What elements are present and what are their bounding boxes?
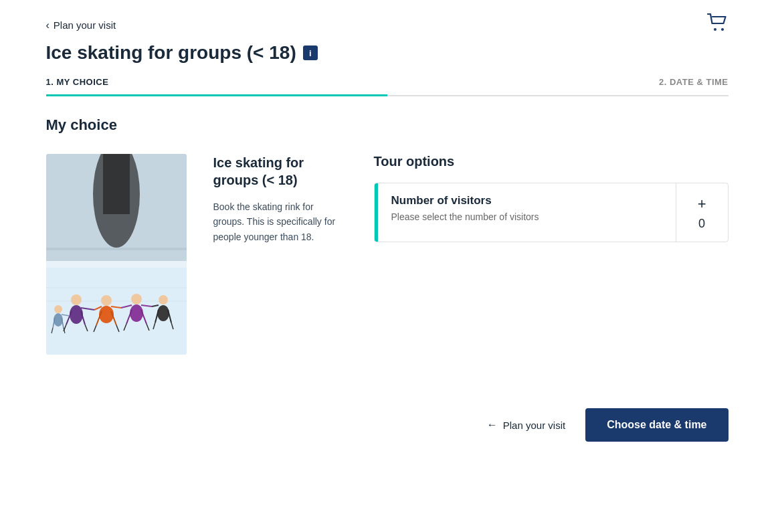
svg-point-1: [721, 28, 724, 31]
visitor-label: Number of visitors: [391, 194, 662, 207]
visitor-count: 0: [698, 217, 705, 231]
svg-point-17: [99, 306, 114, 323]
back-link-label: Plan your visit: [54, 19, 116, 31]
arrow-left-icon: ←: [487, 419, 498, 431]
svg-point-26: [131, 294, 142, 304]
section-title: My choice: [46, 116, 729, 134]
svg-point-0: [714, 28, 716, 31]
activity-name: Ice skating for groups (< 18): [213, 154, 347, 189]
tour-options-title: Tour options: [374, 154, 729, 169]
footer-back-label: Plan your visit: [503, 420, 565, 431]
svg-point-18: [101, 295, 112, 306]
svg-point-41: [54, 305, 62, 313]
svg-point-34: [159, 295, 168, 304]
step-2[interactable]: 2. DATE & TIME: [387, 77, 729, 95]
visitor-hint: Please select the number of visitors: [391, 211, 662, 222]
choose-date-time-button[interactable]: Choose date & time: [585, 408, 728, 442]
svg-point-25: [130, 304, 143, 322]
info-icon[interactable]: i: [303, 46, 318, 60]
back-link[interactable]: ‹ Plan your visit: [46, 19, 116, 31]
visitor-option-card: Number of visitors Please select the num…: [374, 183, 729, 242]
top-bar: ‹ Plan your visit: [46, 13, 729, 37]
svg-point-33: [157, 305, 169, 321]
progress-bar: 1. MY CHOICE 2. DATE & TIME: [46, 77, 729, 96]
page-title-text: Ice skating for groups (< 18): [46, 42, 296, 64]
activity-description: Book the skating rink for groups. This i…: [213, 199, 347, 244]
visitor-controls: + 0: [676, 183, 728, 242]
content-grid: Ice skating for groups (< 18) Book the s…: [46, 154, 729, 355]
page-title: Ice skating for groups (< 18) i: [46, 42, 729, 64]
cart-icon[interactable]: [707, 13, 729, 37]
svg-rect-6: [46, 248, 187, 250]
tour-options: Tour options Number of visitors Please s…: [374, 154, 729, 242]
activity-image: [46, 154, 187, 355]
footer-actions: ← Plan your visit Choose date & time: [46, 395, 729, 442]
footer-back-link[interactable]: ← Plan your visit: [487, 419, 565, 431]
svg-point-11: [71, 294, 82, 305]
plus-button[interactable]: +: [692, 194, 712, 214]
back-arrow-icon: ‹: [46, 19, 50, 31]
step-1[interactable]: 1. MY CHOICE: [46, 77, 387, 95]
activity-info: Ice skating for groups (< 18) Book the s…: [213, 154, 347, 244]
option-card-content: Number of visitors Please select the num…: [378, 183, 676, 242]
svg-rect-5: [103, 154, 130, 214]
